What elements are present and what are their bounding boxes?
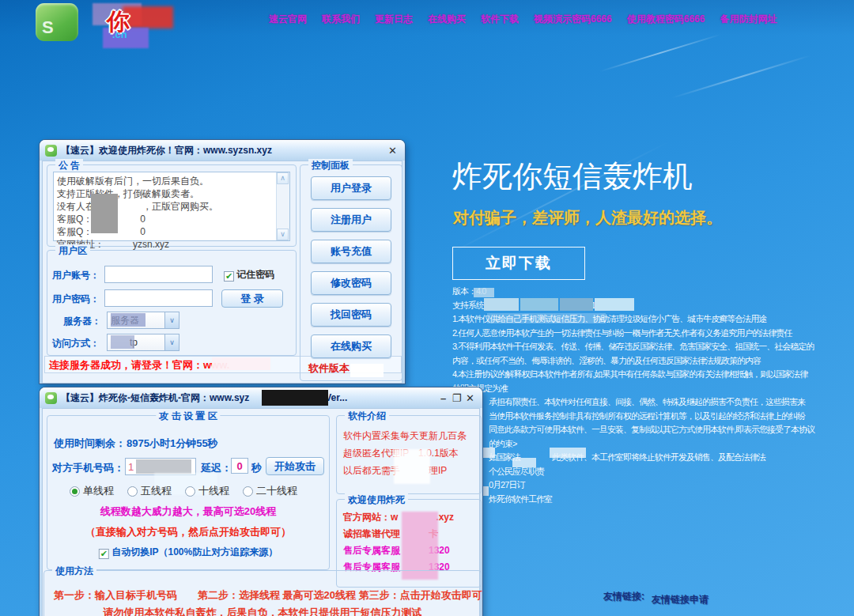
login-window: 【速云】欢迎使用炸死你！官网：www.syzsn.xyz ✕ 公 告 使用破解版… bbox=[40, 140, 405, 384]
intro-line: 软件内置采集每天更新几百条 bbox=[343, 427, 467, 444]
thread-radio[interactable]: 十线程 bbox=[185, 484, 229, 498]
panel-button[interactable]: 在线购买 bbox=[311, 334, 391, 358]
panel-button[interactable]: 注册用户 bbox=[311, 208, 391, 232]
start-attack-button[interactable]: 开始攻击 bbox=[266, 457, 324, 475]
delay-label: 延迟： bbox=[201, 461, 232, 475]
scroll-down-icon[interactable]: ∨ bbox=[277, 229, 289, 240]
disclaimer-line: 承担有限责任、本软件对任何直接、间接、偶然、特殊及继起的损害不负责任，这些损害来 bbox=[489, 395, 814, 410]
thread-radio-group: 单线程 五线程 十线程 二十线程 bbox=[70, 484, 297, 498]
attack-settings-group: 攻 击 设 置 区 使用时间剩余： 8975小时1分钟55秒 对方手机号码： 延… bbox=[47, 415, 330, 570]
usage-steps: 第一步：输入目标手机号码 第二步：选择线程 最高可选20线程 第三步：点击开始攻… bbox=[54, 588, 482, 603]
radio-dot-icon bbox=[185, 486, 195, 497]
disclaimer-line: 0月27日订 bbox=[489, 478, 814, 493]
top-header: S 你 .cn 速云官网联系我们更新日志在线购买软件下载视频演示密码6666使用… bbox=[0, 0, 854, 36]
phone-input[interactable] bbox=[125, 458, 196, 475]
close-button[interactable]: ✕ bbox=[463, 391, 477, 405]
time-remaining-label: 使用时间剩余： bbox=[54, 436, 126, 451]
nav-link[interactable]: 联系我们 bbox=[322, 13, 360, 26]
version-label: 软件版本 bbox=[308, 361, 350, 376]
remember-checkbox[interactable]: ✔ 记住密码 bbox=[224, 268, 274, 282]
disclaimer-line: 内容，或任何不当的、侮辱诽谤的、淫秽的、暴力的及任何违反国家法律法规政策的内容 bbox=[452, 354, 814, 368]
hero-subtitle: 对付骗子，差评师，人渣最好的选择。 bbox=[453, 207, 722, 229]
logo-letter: S bbox=[42, 17, 54, 38]
usage-caution: 请勿使用本软件私自轰炸，后果自负，本软件只提供用于短信压力测试 bbox=[44, 606, 481, 616]
thread-radio[interactable]: 二十线程 bbox=[243, 484, 297, 498]
panel-button[interactable]: 用户登录 bbox=[311, 176, 391, 200]
account-input[interactable] bbox=[104, 266, 213, 283]
intro-line: 超级匿名代理IP 1.0.1版本 bbox=[343, 444, 467, 462]
auto-ip-label: 自动切换IP（100%防止对方追踪来源） bbox=[111, 546, 278, 557]
usage-note: （直接输入对方号码，然后点开始攻击即可） bbox=[47, 525, 329, 539]
friend-link-apply[interactable]: 友情链接申请 bbox=[652, 593, 709, 607]
delay-unit-label: 秒 bbox=[251, 461, 262, 475]
close-button[interactable]: ✕ bbox=[386, 144, 399, 157]
app-icon bbox=[45, 392, 57, 404]
nav-link[interactable]: 速云官网 bbox=[269, 13, 307, 26]
thread-radio[interactable]: 五线程 bbox=[127, 484, 172, 498]
phone-label: 对方手机号码： bbox=[52, 461, 124, 475]
group-label: 公 告 bbox=[55, 159, 83, 172]
nav-link[interactable]: 备用防封网址 bbox=[720, 13, 777, 26]
announcement-line: 没有人在 ，正版官网购买。 bbox=[57, 200, 275, 213]
disclaimer-line: 的明文规定为准 bbox=[452, 382, 814, 396]
usage-group: 使用方法 第一步：输入目标手机号码 第二步：选择线程 最高可选20线程 第三步：… bbox=[43, 570, 482, 616]
attack-window: 【速云】炸死你-短信轰炸机-官网：www.syz 式版）Ver... – ❐ ✕… bbox=[40, 387, 482, 616]
delay-input[interactable] bbox=[231, 458, 248, 474]
time-remaining-value: 8975小时1分钟55秒 bbox=[127, 436, 218, 451]
radio-dot-icon bbox=[243, 486, 253, 497]
logo-icon: S bbox=[36, 3, 78, 41]
nav-link[interactable]: 在线购买 bbox=[428, 13, 466, 26]
disclaimer-line: 的约束> bbox=[489, 437, 814, 452]
remember-label: 记住密码 bbox=[236, 269, 274, 280]
window-title: 【速云】炸死你-短信轰炸机-官网：www.syz 式版）Ver... bbox=[61, 391, 436, 405]
light-streak bbox=[599, 34, 721, 73]
access-select[interactable]: tp ∨ bbox=[107, 334, 179, 351]
group-label: 用户区 bbox=[55, 244, 90, 258]
disclaimer-line: 版本：4.0 bbox=[452, 285, 814, 299]
window-title: 【速云】欢迎使用炸死你！官网：www.syzsn.xyz bbox=[61, 144, 386, 157]
checkbox-check-icon: ✔ bbox=[99, 549, 109, 559]
server-select[interactable]: 服务器 ∨ bbox=[107, 312, 179, 329]
window-titlebar[interactable]: 【速云】炸死你-短信轰炸机-官网：www.syz 式版）Ver... – ❐ ✕ bbox=[40, 387, 482, 408]
announcement-group: 公 告 使用破解版有后门，一切后果自负。支持正版软件，打倒破解贩卖者。没有人在 … bbox=[47, 164, 297, 247]
censor-block bbox=[123, 6, 173, 28]
group-label: 控制面板 bbox=[308, 159, 353, 172]
maximize-button[interactable]: ❐ bbox=[450, 391, 463, 405]
panel-button[interactable]: 找回密码 bbox=[311, 303, 391, 327]
disclaimer-line: 个公民应尽职责 bbox=[489, 465, 814, 479]
thread-note: 线程数越大威力越大，最高可选20线程 bbox=[47, 505, 329, 519]
panel-button[interactable]: 账号充值 bbox=[311, 240, 391, 263]
minimize-button[interactable]: – bbox=[436, 391, 450, 405]
server-value: 服务器 bbox=[108, 314, 164, 327]
announcement-line: 支持正版软件，打倒破解贩卖者。 bbox=[57, 187, 275, 200]
disclaimer-line: 当使用本软件服务控制非具有控制所有权的远程计算机等，以及引起的经济和法律上的纠纷 bbox=[489, 410, 814, 424]
disclaimer-block-b: 承担有限责任、本软件对任何直接、间接、偶然、特殊及继起的损害不负责任，这些损害来… bbox=[489, 395, 814, 506]
nav-link[interactable]: 使用教程密码6666 bbox=[627, 13, 705, 26]
nav-link[interactable]: 软件下载 bbox=[481, 13, 519, 26]
site-logo[interactable]: S 你 .cn bbox=[33, 2, 176, 49]
login-button[interactable]: 登 录 bbox=[221, 289, 283, 308]
nav-link[interactable]: 视频演示密码6666 bbox=[534, 13, 612, 26]
panel-button[interactable]: 修改密码 bbox=[311, 271, 391, 295]
download-button[interactable]: 立即下载 bbox=[452, 247, 585, 280]
disclaimer-line: 2.任何人恶意使用本软产生的一切法律责任与纠纷一概与作者无关,作者有义务追究用户… bbox=[452, 327, 814, 341]
software-intro-group: 软件介绍 软件内置采集每天更新几百条超级匿名代理IP 1.0.1版本以后都无需手… bbox=[336, 415, 482, 494]
disclaimer-line: 4.本注册协议的解释权归本软件作者所有,如果其中有任何条款与国家的有关法律相抵触… bbox=[452, 368, 814, 382]
password-input[interactable] bbox=[104, 289, 213, 307]
scroll-up-icon[interactable]: ∧ bbox=[277, 172, 289, 184]
group-label: 攻 击 设 置 区 bbox=[156, 410, 220, 423]
checkbox-check-icon: ✔ bbox=[224, 271, 234, 282]
radio-dot-icon bbox=[127, 486, 138, 497]
friend-link[interactable]: 友情链接: bbox=[603, 590, 644, 603]
window-titlebar[interactable]: 【速云】欢迎使用炸死你！官网：www.syzsn.xyz ✕ bbox=[40, 140, 405, 161]
auto-ip-checkbox[interactable]: ✔ 自动切换IP（100%防止对方追踪来源） bbox=[99, 546, 278, 559]
access-value: tp bbox=[108, 337, 164, 348]
thread-radio-label: 五线程 bbox=[141, 484, 172, 498]
chevron-down-icon: ∨ bbox=[164, 334, 179, 350]
nav-link[interactable]: 更新日志 bbox=[375, 13, 413, 26]
thread-radio[interactable]: 单线程 bbox=[70, 484, 114, 498]
group-label: 欢迎使用炸死 bbox=[345, 493, 408, 507]
thread-radio-label: 单线程 bbox=[83, 484, 114, 498]
server-label: 服务器： bbox=[63, 315, 101, 328]
scrollbar[interactable]: ∧ ∨ bbox=[276, 172, 289, 240]
